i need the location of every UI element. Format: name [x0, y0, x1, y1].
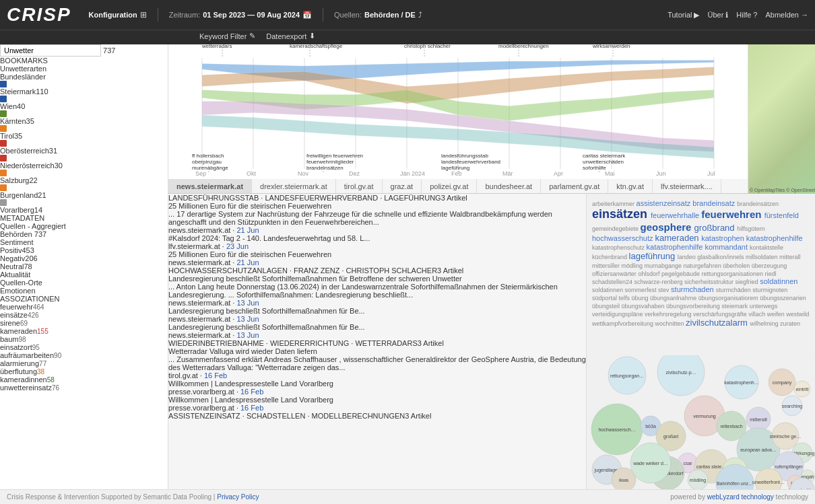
tag-item[interactable]: übung — [632, 295, 651, 301]
bubble-item[interactable]: katastrophenh… — [724, 365, 758, 399]
source-tab[interactable]: parlament.gv.at — [541, 179, 608, 193]
assoziation-item[interactable]: kameraden155 — [0, 327, 168, 335]
tag-item[interactable]: riedl — [765, 271, 777, 277]
source-tab[interactable]: bundesheer.at — [477, 179, 541, 193]
tag-item[interactable]: assistenzeinsatz — [637, 199, 693, 207]
tag-item[interactable]: murnabgange — [645, 262, 684, 269]
assoziation-item[interactable]: aufräumarbeiten90 — [0, 351, 168, 359]
sub-article[interactable]: Landesregierung beschließt Soforthilfema… — [168, 307, 586, 323]
zeitraum-control[interactable]: Zeitraum: 01 Sep 2023 — 09 Aug 2024 📅 — [169, 11, 312, 20]
bubble-item[interactable]: wade weiker d… — [630, 443, 671, 483]
bundesland-item[interactable]: Kärnten35 — [0, 110, 168, 125]
sub-article-title[interactable]: Landesregierung beschließt Soforthilfema… — [168, 323, 586, 331]
tag-item[interactable]: überzeugung — [752, 262, 787, 269]
bubble-item[interactable]: hochwassersch… — [591, 404, 643, 455]
behoerden-item[interactable]: Behörden 737 — [0, 230, 168, 238]
tag-item[interactable]: ohlsdorf — [638, 271, 661, 277]
source-tab[interactable]: ktn.gv.at — [608, 179, 653, 193]
assoziation-item[interactable]: einsatzort95 — [0, 343, 168, 351]
tag-item[interactable]: sturmchaden — [671, 285, 716, 293]
tag-item[interactable]: übungsszenarien — [760, 295, 806, 301]
tag-item[interactable]: lageführung — [629, 251, 678, 261]
bubble-item[interactable]: company — [769, 369, 795, 396]
source-tab[interactable]: polizei.gv.at — [422, 179, 477, 193]
sentiment-item[interactable]: Negativ206 — [0, 254, 168, 262]
privacy-link[interactable]: Privacy Policy — [217, 493, 259, 501]
bubble-item[interactable]: zivilschutz-p… — [657, 355, 705, 396]
tag-item[interactable]: katastrophenhilfe — [647, 243, 705, 251]
tag-item[interactable]: sturmignoten — [752, 287, 787, 293]
tag-item[interactable]: feuerwehren — [701, 209, 764, 220]
sub-article[interactable]: #Kalsdorf 2024: Tag 2 - 140. Landesfeuer… — [168, 234, 586, 250]
bubble-item[interactable]: mittersill — [746, 407, 771, 431]
sub-article[interactable]: Willkommen | Landespressestelle Land Vor… — [168, 380, 586, 396]
tag-item[interactable]: übungsvahaben — [622, 303, 667, 310]
assoziation-item[interactable]: einsätze426 — [0, 311, 168, 319]
article-item[interactable]: Landesregierung beschließt Soforthilfema… — [168, 275, 586, 307]
datenexport-button[interactable]: Datenexport ⬇ — [266, 32, 315, 40]
tag-item[interactable]: mitterall — [779, 254, 801, 260]
bubble-item[interactable]: searching — [782, 396, 802, 416]
tag-item[interactable]: kommandant — [705, 243, 750, 251]
tag-item[interactable]: sommerfest — [625, 287, 659, 293]
sub-article-title[interactable]: Willkommen | Landespressestelle Land Vor… — [168, 380, 586, 388]
tag-item[interactable]: küchenbrand — [592, 254, 629, 260]
tag-item[interactable]: verkehrsregelung — [645, 311, 693, 318]
assoziation-item[interactable]: feuerwehr464 — [0, 303, 168, 311]
tag-item[interactable]: villach — [748, 311, 767, 318]
tag-item[interactable]: hochwasserschutz — [592, 234, 655, 242]
tag-item[interactable]: schadstellen24 — [592, 279, 634, 285]
tag-item[interactable]: millsoldaten — [746, 254, 779, 260]
tag-item[interactable]: steiemark — [721, 303, 750, 310]
bubble-item[interactable]: mödling — [688, 470, 708, 489]
tutorial-button[interactable]: Tutorial ▶ — [667, 11, 699, 20]
sub-article[interactable]: Willkommen | Landespressestelle Land Vor… — [168, 396, 586, 412]
tag-item[interactable]: zivilschutzalarm — [686, 318, 750, 328]
tag-item[interactable]: südportal — [592, 295, 619, 301]
tag-item[interactable]: zuraten — [780, 320, 800, 327]
tag-item[interactable]: landeo — [678, 254, 698, 260]
tag-item[interactable]: katastrophenhilfe — [746, 234, 803, 242]
abmelden-button[interactable]: Abmelden → — [765, 11, 808, 19]
tag-item[interactable]: mödling — [622, 262, 645, 269]
tag-item[interactable]: mittersiller — [592, 262, 622, 269]
assoziation-item[interactable]: kameradinnen58 — [0, 375, 168, 384]
tag-item[interactable]: übungsteil — [592, 303, 622, 310]
tag-item[interactable]: überholen — [723, 262, 752, 269]
tag-item[interactable]: westwild — [786, 311, 809, 318]
tag-item[interactable]: kontaktstelle — [750, 244, 783, 251]
tag-item[interactable]: unterwegs — [750, 303, 778, 310]
assoziation-item[interactable]: unwettereinsatz76 — [0, 384, 168, 392]
tag-item[interactable]: kameraden — [655, 233, 702, 243]
tag-item[interactable]: arbeiterkammer — [592, 201, 637, 207]
tag-item[interactable]: soldatinnen — [592, 287, 625, 293]
quellen-control[interactable]: Quellen: Behörden / DE ⤴ — [334, 11, 422, 19]
konfiguration-button[interactable]: Konfiguration ⊞ — [89, 10, 147, 20]
tag-item[interactable]: feuerwehrhalle — [651, 211, 701, 219]
tag-item[interactable]: geosphere — [641, 221, 694, 233]
assoziation-item[interactable]: überflutung38 — [0, 367, 168, 375]
sub-article[interactable]: 25 Millionen Euro für die steirischen Fe… — [168, 250, 586, 266]
tag-item[interactable]: weifen — [767, 311, 787, 318]
tag-item[interactable]: katastrophenschutz — [592, 244, 647, 251]
bundesland-item[interactable]: Salzburg22 — [0, 170, 168, 184]
tag-item[interactable]: brandeinsätzen — [737, 201, 779, 207]
tag-item[interactable]: wettkampfvorbereitung — [592, 320, 655, 327]
source-tab[interactable]: lfv.steiermark.... — [653, 179, 721, 193]
sub-article-title[interactable]: Landesregierung beschließt Soforthilfema… — [168, 307, 586, 315]
tag-item[interactable]: naturgefahren — [684, 262, 723, 269]
hilfe-button[interactable]: Hilfe ? — [736, 11, 757, 19]
tag-item[interactable]: wochnitten — [655, 320, 686, 327]
tag-item[interactable]: brandeinsatz — [692, 199, 737, 207]
tag-item[interactable]: übungsorganisatiorem — [698, 295, 760, 301]
article-item[interactable]: Wetterradar Valluga wird wieder Daten li… — [168, 347, 586, 380]
bubble-item[interactable]: rettungsorgan… — [608, 357, 646, 394]
tag-item[interactable]: übungsanlnahme — [650, 295, 698, 301]
sub-article-title[interactable]: #Kalsdorf 2024: Tag 2 - 140. Landesfeuer… — [168, 234, 586, 242]
tag-item[interactable]: pegelgebäude — [661, 271, 702, 277]
assoziation-item[interactable]: sirene69 — [0, 319, 168, 327]
tag-item[interactable]: katastrophen — [701, 234, 746, 242]
keyword-filter-button[interactable]: Keyword Filter ✎ — [199, 32, 255, 40]
sentiment-item[interactable]: Positiv453 — [0, 246, 168, 254]
tag-item[interactable]: soldatinnen — [760, 277, 797, 285]
